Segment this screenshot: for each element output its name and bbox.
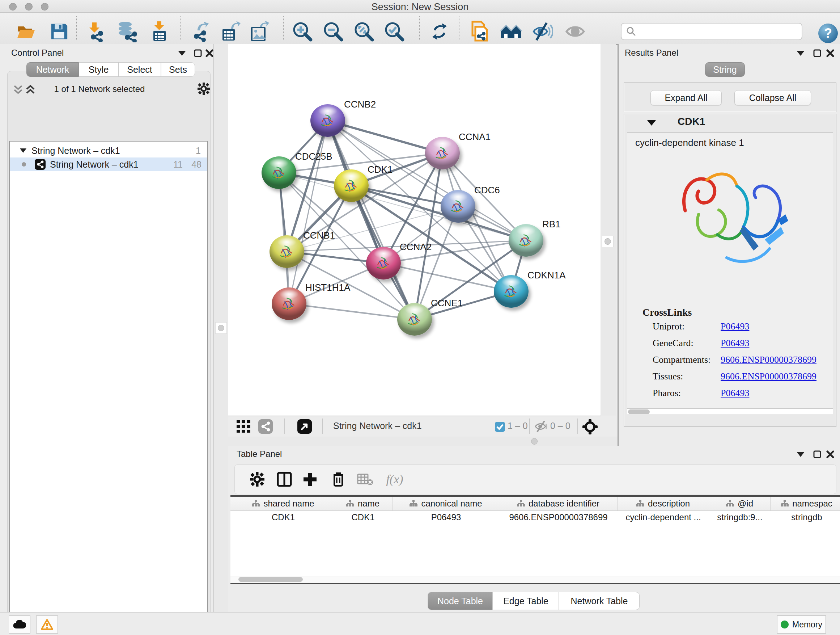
grid-view-icon[interactable] bbox=[237, 420, 251, 434]
crosslink-link[interactable]: 9606.ENSP00000378699 bbox=[721, 355, 816, 365]
edge-CCNA1-CDKN1A[interactable] bbox=[442, 153, 511, 291]
tab-string[interactable]: String bbox=[705, 62, 745, 77]
node-CCNA1[interactable] bbox=[425, 137, 460, 169]
fit-crosshair-icon[interactable] bbox=[583, 419, 598, 436]
table-cell-2[interactable]: P06493 bbox=[393, 511, 499, 524]
zoom-fit-button[interactable] bbox=[352, 19, 376, 43]
node-CDC25B[interactable] bbox=[262, 157, 296, 189]
zoom-selected-button[interactable] bbox=[382, 19, 406, 43]
export-table-button[interactable] bbox=[218, 19, 242, 43]
table-cell-0[interactable]: CDK1 bbox=[233, 511, 333, 524]
crosslink-link[interactable]: 9606.ENSP00000378699 bbox=[721, 371, 816, 382]
network-tree-root-row[interactable]: String Network – cdk1 1 bbox=[10, 144, 207, 157]
column-header-name[interactable]: name bbox=[333, 497, 393, 510]
results-hscrollbar-thumb[interactable] bbox=[628, 409, 650, 414]
control-panel-collapse-icon[interactable] bbox=[177, 49, 187, 58]
left-split-divider[interactable] bbox=[213, 44, 228, 612]
add-column-icon[interactable] bbox=[300, 469, 320, 489]
import-network-file-button[interactable] bbox=[83, 19, 107, 43]
edge-CCNA2-CDKN1A[interactable] bbox=[384, 263, 511, 291]
crosslink-link[interactable]: P06493 bbox=[721, 388, 749, 399]
table-cell-5[interactable]: stringdb:9... bbox=[709, 511, 771, 524]
selected-checkbox-icon[interactable] bbox=[495, 422, 505, 433]
table-cell-3[interactable]: 9606.ENSP00000378699 bbox=[499, 511, 617, 524]
table-panel-close-icon[interactable] bbox=[825, 450, 836, 459]
zoom-out-button[interactable] bbox=[321, 19, 345, 43]
expand-all-networks-icon[interactable] bbox=[26, 85, 35, 96]
network-share-view-icon[interactable] bbox=[258, 419, 273, 435]
horizontal-divider-handle[interactable] bbox=[529, 436, 540, 447]
edge-CCNB2-HIST1H1A[interactable] bbox=[289, 120, 328, 304]
right-split-divider[interactable] bbox=[600, 44, 616, 416]
save-session-button[interactable] bbox=[47, 19, 71, 43]
column-header-database-identifier[interactable]: database identifier bbox=[499, 497, 617, 510]
table-panel-collapse-icon[interactable] bbox=[795, 450, 806, 459]
tab-sets[interactable]: Sets bbox=[161, 62, 195, 77]
warning-status-button[interactable] bbox=[36, 616, 58, 633]
cloud-status-button[interactable] bbox=[9, 616, 30, 633]
table-hscrollbar[interactable] bbox=[231, 576, 840, 583]
tab-style[interactable]: Style bbox=[79, 62, 118, 77]
eye-button[interactable] bbox=[563, 19, 587, 43]
column-header-canonical-name[interactable]: canonical name bbox=[393, 497, 499, 510]
crosslink-link[interactable]: P06493 bbox=[721, 321, 749, 332]
export-network-button[interactable] bbox=[189, 19, 213, 43]
network-canvas[interactable]: CCNB2CCNA1CDC25BCDK1CDC6RB1CCNB1CCNA2HIS… bbox=[228, 44, 600, 416]
refresh-button[interactable] bbox=[428, 19, 452, 43]
column-header-shared-name[interactable]: shared name bbox=[233, 497, 333, 510]
results-hscrollbar[interactable] bbox=[627, 409, 833, 415]
collapse-all-networks-icon[interactable] bbox=[14, 85, 22, 96]
results-panel-collapse-icon[interactable] bbox=[795, 49, 806, 58]
tab-edge-table[interactable]: Edge Table bbox=[493, 592, 559, 610]
node-CDKN1A[interactable] bbox=[494, 275, 529, 308]
column-header--id[interactable]: @id bbox=[709, 497, 771, 510]
control-panel-float-icon[interactable] bbox=[193, 49, 203, 58]
collapse-all-button[interactable]: Collapse All bbox=[734, 90, 811, 105]
table-options-gear-icon[interactable] bbox=[247, 469, 267, 489]
memory-button[interactable]: Memory bbox=[777, 616, 826, 633]
table-cell-1[interactable]: CDK1 bbox=[333, 511, 393, 524]
column-header-description[interactable]: description bbox=[617, 497, 709, 510]
tab-node-table[interactable]: Node Table bbox=[428, 592, 493, 610]
copy-network-button[interactable] bbox=[468, 19, 492, 43]
tab-network[interactable]: Network bbox=[27, 62, 79, 77]
export-image-button[interactable] bbox=[248, 19, 271, 43]
search-input[interactable] bbox=[639, 25, 802, 38]
table-cell-4[interactable]: cyclin-dependent ... bbox=[617, 511, 709, 524]
node-CCNE1[interactable] bbox=[397, 303, 432, 336]
table-hscrollbar-thumb[interactable] bbox=[238, 577, 303, 582]
tree-expand-icon[interactable] bbox=[20, 149, 27, 153]
node-CCNB2[interactable] bbox=[310, 104, 345, 137]
node-CDK1[interactable] bbox=[334, 169, 369, 202]
results-panel-float-icon[interactable] bbox=[812, 49, 823, 58]
network-options-gear-icon[interactable] bbox=[197, 82, 210, 96]
node-CCNB1[interactable] bbox=[270, 235, 304, 268]
node-CDC6[interactable] bbox=[441, 190, 475, 223]
node-RB1[interactable] bbox=[508, 224, 543, 257]
node-CCNA2[interactable] bbox=[366, 247, 401, 279]
expand-all-button[interactable]: Expand All bbox=[651, 90, 722, 105]
results-panel-close-icon[interactable] bbox=[825, 49, 836, 58]
zoom-in-button[interactable] bbox=[291, 19, 314, 43]
show-columns-icon[interactable] bbox=[274, 469, 294, 489]
delete-column-icon[interactable] bbox=[328, 469, 348, 489]
table-panel-float-icon[interactable] bbox=[812, 450, 823, 459]
column-header-namespac[interactable]: namespac bbox=[771, 497, 840, 510]
show-overview-button[interactable] bbox=[499, 19, 523, 43]
show-hide-graphics-button[interactable] bbox=[531, 19, 554, 43]
node-HIST1H1A[interactable] bbox=[272, 287, 306, 320]
gene-collapse-icon[interactable] bbox=[647, 120, 656, 127]
network-tree-child-row[interactable]: String Network – cdk1 11 48 bbox=[10, 157, 207, 171]
import-table-file-button[interactable] bbox=[147, 19, 171, 43]
open-session-button[interactable] bbox=[14, 19, 38, 43]
tab-network-table[interactable]: Network Table bbox=[559, 592, 639, 610]
left-divider-handle[interactable] bbox=[215, 322, 227, 334]
right-divider-handle[interactable] bbox=[602, 236, 614, 247]
table-cell-6[interactable]: stringdb bbox=[771, 511, 840, 524]
tab-select[interactable]: Select bbox=[118, 62, 161, 77]
birdseye-view-icon[interactable] bbox=[297, 419, 312, 435]
edge-HIST1H1A-CCNE1[interactable] bbox=[289, 304, 415, 319]
help-button[interactable]: ? bbox=[818, 24, 838, 43]
crosslink-link[interactable]: P06493 bbox=[721, 338, 749, 348]
import-network-database-button[interactable] bbox=[115, 19, 139, 43]
